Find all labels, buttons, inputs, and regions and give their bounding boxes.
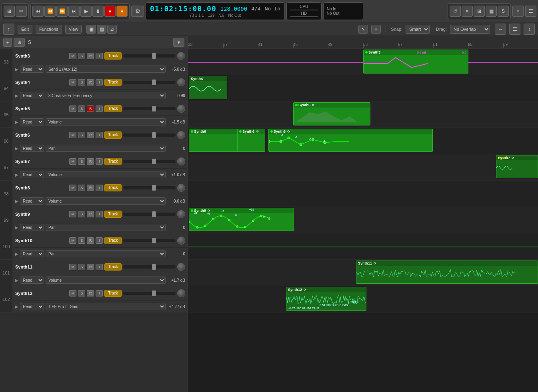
resize-vert-button[interactable]: ↕ (524, 24, 535, 35)
track-button-5[interactable]: Track (104, 184, 122, 191)
volume-slider-3[interactable] (123, 133, 176, 137)
param-select-5[interactable]: Volume (46, 197, 166, 205)
add-track-button[interactable]: + (3, 38, 12, 47)
pause-button[interactable]: ⏸ (92, 6, 104, 17)
solo-button-2[interactable]: S (78, 105, 85, 112)
expand-button-3[interactable]: ▶ (15, 146, 18, 151)
rec-button-0[interactable]: R (87, 53, 94, 59)
grid-tool-button[interactable]: ⊞ (4, 6, 15, 17)
param-select-3[interactable]: Pan (46, 145, 166, 152)
pan-knob-4[interactable] (177, 157, 185, 165)
expand-button-2[interactable]: ▶ (15, 120, 18, 124)
expand-button-0[interactable]: ▶ (15, 67, 18, 72)
mode-b-button[interactable]: ▤ (97, 25, 106, 34)
track-button-8[interactable]: Track (104, 263, 122, 271)
pan-knob-3[interactable] (177, 131, 185, 139)
snap-select[interactable]: Smart Bar Beat (406, 25, 430, 34)
pan-knob-7[interactable] (177, 237, 185, 245)
solo-button-1[interactable]: S (78, 79, 85, 86)
mode-select-1[interactable]: ReadWriteTouchLatch (20, 92, 44, 99)
solo-button-0[interactable]: S (78, 53, 85, 59)
volume-slider-1[interactable] (123, 81, 176, 84)
param-select-8[interactable]: Volume (46, 277, 166, 284)
track-button-9[interactable]: Track (104, 290, 122, 297)
i-button-0[interactable]: I (96, 53, 103, 59)
rec-button-4[interactable]: R (87, 158, 94, 165)
expand-button-9[interactable]: ▶ (15, 304, 18, 309)
rec-button-6[interactable]: R (87, 211, 94, 217)
solo-button-5[interactable]: S (78, 185, 85, 191)
pan-knob-8[interactable] (177, 263, 185, 271)
metronome-button[interactable]: ⚙ (131, 6, 144, 17)
region-synth7[interactable]: Synth7⟳0.0 dB (496, 155, 538, 178)
param-select-2[interactable]: Volume (46, 118, 166, 125)
track-button-2[interactable]: Track (104, 105, 122, 112)
hamburger-button[interactable]: ☰ (525, 6, 536, 17)
expand-button-7[interactable]: ▶ (15, 252, 18, 256)
pan-knob-1[interactable] (177, 78, 185, 86)
mode-select-7[interactable]: ReadWriteTouchLatch (20, 250, 44, 257)
rec-button-1[interactable]: R (87, 79, 94, 86)
volume-slider-4[interactable] (123, 160, 176, 163)
param-select-0[interactable]: Send 1 (Aux 12) (46, 66, 166, 73)
mute-button-5[interactable]: M (69, 185, 76, 191)
region-synth9[interactable]: Synth9⟳-31−7+10+150 (189, 208, 294, 231)
scroll-up-button[interactable]: ↑ (3, 24, 14, 35)
fast-forward-button[interactable]: ⏩ (56, 6, 68, 17)
volume-slider-0[interactable] (123, 54, 176, 58)
plus-tool-button[interactable]: ✛ (371, 25, 381, 34)
param-select-9[interactable]: 1 FF Pro-L: Gain (46, 303, 166, 310)
param-select-4[interactable]: Volume (46, 171, 166, 178)
mode-select-6[interactable]: ReadWriteTouchLatch (20, 224, 44, 231)
mode-select-2[interactable]: ReadWriteTouchLatch (20, 118, 44, 125)
functions-menu-button[interactable]: Functions (36, 25, 62, 34)
mode-select-3[interactable]: ReadWriteTouchLatch (20, 145, 44, 152)
i-button-3[interactable]: I (96, 132, 103, 138)
param-select-6[interactable]: Pan (46, 224, 166, 231)
i-button-9[interactable]: I (96, 290, 103, 296)
param-select-1[interactable]: 3 Creative Fi: Frequency (46, 92, 166, 99)
mode-select-5[interactable]: ReadWriteTouchLatch (20, 197, 44, 205)
solo-button-8[interactable]: S (78, 264, 85, 270)
s-button[interactable]: S (498, 6, 509, 17)
mute-button-9[interactable]: M (69, 290, 76, 296)
i-button-2[interactable]: I (96, 105, 103, 112)
pan-knob-2[interactable] (177, 105, 185, 113)
expand-button-8[interactable]: ▶ (15, 278, 18, 283)
view-menu-button[interactable]: View (65, 25, 82, 34)
filter-button[interactable]: ⊿ (107, 25, 117, 34)
volume-slider-8[interactable] (123, 265, 176, 269)
sync-button[interactable]: ↺ (450, 6, 461, 17)
pointer-tool-button[interactable]: ↖ (358, 25, 368, 34)
i-button-7[interactable]: I (96, 237, 103, 244)
rec-button-9[interactable]: R (87, 290, 94, 296)
mute-button-4[interactable]: M (69, 158, 76, 165)
solo-button-7[interactable]: S (78, 237, 85, 244)
edit-menu-button[interactable]: Edit (18, 25, 32, 34)
x-button[interactable]: ✕ (462, 6, 473, 17)
expand-button-4[interactable]: ▶ (15, 173, 18, 177)
i-button-4[interactable]: I (96, 158, 103, 165)
play-button[interactable]: ▶ (80, 6, 92, 17)
go-to-start-button[interactable]: ⏮ (32, 6, 44, 17)
region-synth5[interactable]: Synth5⟳ (293, 102, 370, 125)
track-button-7[interactable]: Track (104, 237, 122, 244)
mute-button-1[interactable]: M (69, 79, 76, 86)
expand-button-1[interactable]: ▶ (15, 94, 18, 98)
expand-button-6[interactable]: ▶ (15, 225, 18, 230)
track-button-1[interactable]: Track (104, 79, 122, 86)
track-button-3[interactable]: Track (104, 131, 122, 139)
mode-select-4[interactable]: ReadWriteTouchLatch (20, 171, 44, 178)
region-synth6[interactable]: Synth6 (189, 129, 241, 152)
rewind-button[interactable]: ⏪ (44, 6, 56, 17)
param-select-7[interactable]: Pan (46, 250, 166, 257)
mode-select-9[interactable]: ReadWriteTouchLatch (20, 303, 44, 310)
mute-button-6[interactable]: M (69, 211, 76, 217)
region-synth11[interactable]: Synth11⟳ (356, 261, 538, 284)
i-button-8[interactable]: I (96, 264, 103, 270)
drag-select[interactable]: No Overlap X-Fade (450, 25, 490, 34)
solo-button-4[interactable]: S (78, 158, 85, 165)
solo-button-9[interactable]: S (78, 290, 85, 296)
i-button-1[interactable]: I (96, 79, 103, 86)
scissors-tool-button[interactable]: ✂ (16, 6, 27, 17)
